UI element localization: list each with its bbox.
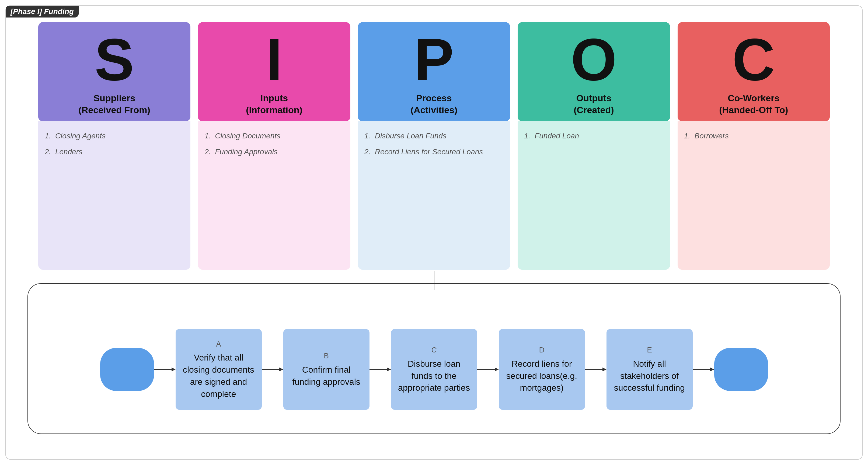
sipoc-body-i: 1. Closing Documents 2. Funding Approval…	[198, 121, 350, 270]
sipoc-header-i: I Inputs(Information)	[198, 22, 350, 121]
sipoc-col-s: S Suppliers(Received From) 1. Closing Ag…	[38, 22, 190, 270]
sipoc-title-i: Inputs(Information)	[246, 92, 303, 116]
flow-arrow-5	[585, 365, 607, 373]
svg-marker-5	[387, 368, 391, 371]
sipoc-body-p: 1. Disburse Loan Funds 2. Record Liens f…	[358, 121, 510, 270]
flow-arrow-4	[477, 365, 499, 373]
process-item-2: 2. Record Liens for Secured Loans	[364, 145, 504, 159]
flow-arrow-6	[693, 365, 714, 373]
sipoc-header-s: S Suppliers(Received From)	[38, 22, 190, 121]
divider-line	[434, 271, 434, 290]
sipoc-letter-o: O	[571, 30, 617, 89]
sipoc-title-p: Process(Activities)	[411, 92, 458, 116]
flow-node-e-text: Notify all stakeholders of successful fu…	[612, 358, 687, 394]
flow-node-e: E Notify all stakeholders of successful …	[607, 329, 693, 410]
flow-node-a-label: A	[216, 339, 221, 349]
flow-node-b: B Confirm final funding approvals	[283, 329, 370, 410]
process-item-1: 1. Disburse Loan Funds	[364, 129, 504, 143]
flow-node-d-label: D	[539, 345, 544, 355]
sipoc-title-s: Suppliers(Received From)	[79, 92, 150, 116]
sipoc-col-o: O Outputs(Created) 1. Funded Loan	[518, 22, 670, 270]
input-item-2: 2. Funding Approvals	[205, 145, 344, 159]
sipoc-col-i: I Inputs(Information) 1. Closing Documen…	[198, 22, 350, 270]
svg-marker-7	[495, 368, 499, 371]
flow-node-a-text: Verify that all closing documents are si…	[181, 352, 256, 400]
sipoc-letter-i: I	[266, 30, 282, 89]
svg-marker-1	[172, 368, 176, 371]
flow-end-node	[714, 348, 768, 391]
flow-wrapper: A Verify that all closing documents are …	[6, 289, 862, 450]
flow-row: A Verify that all closing documents are …	[6, 329, 862, 410]
sipoc-letter-s: S	[95, 30, 134, 89]
flow-arrow-1	[154, 365, 176, 373]
supplier-item-1: 1. Closing Agents	[45, 129, 184, 143]
sipoc-col-c: C Co-Workers(Handed-Off To) 1. Borrowers	[678, 22, 830, 270]
main-container: [Phase I] Funding S Suppliers(Received F…	[5, 5, 863, 460]
phase-label: [Phase I] Funding	[6, 6, 79, 18]
sipoc-letter-c: C	[732, 30, 775, 89]
sipoc-title-c: Co-Workers(Handed-Off To)	[719, 92, 788, 116]
sipoc-body-c: 1. Borrowers	[678, 121, 830, 270]
sipoc-title-o: Outputs(Created)	[574, 92, 614, 116]
sipoc-header-c: C Co-Workers(Handed-Off To)	[678, 22, 830, 121]
sipoc-header-o: O Outputs(Created)	[518, 22, 670, 121]
flow-node-e-label: E	[647, 345, 652, 355]
svg-marker-11	[710, 368, 714, 371]
flow-node-a: A Verify that all closing documents are …	[176, 329, 262, 410]
sipoc-letter-p: P	[414, 30, 454, 89]
svg-marker-3	[279, 368, 283, 371]
flow-node-b-label: B	[324, 351, 329, 361]
flow-node-b-text: Confirm final funding approvals	[289, 364, 364, 388]
sipoc-col-p: P Process(Activities) 1. Disburse Loan F…	[358, 22, 510, 270]
supplier-item-2: 2. Lenders	[45, 145, 184, 159]
flow-arrow-3	[370, 365, 391, 373]
flow-start-node	[100, 348, 154, 391]
sipoc-body-o: 1. Funded Loan	[518, 121, 670, 270]
flow-node-d: D Record liens for secured loans(e.g. mo…	[499, 329, 585, 410]
sipoc-header-p: P Process(Activities)	[358, 22, 510, 121]
sipoc-body-s: 1. Closing Agents 2. Lenders	[38, 121, 190, 270]
coworker-item-1: 1. Borrowers	[684, 129, 823, 143]
svg-marker-9	[602, 368, 607, 371]
sipoc-area: S Suppliers(Received From) 1. Closing Ag…	[38, 22, 830, 270]
flow-arrow-2	[262, 365, 283, 373]
flow-node-c: C Disburse loan funds to the appropriate…	[391, 329, 477, 410]
flow-node-c-text: Disburse loan funds to the appropriate p…	[397, 358, 472, 394]
flow-node-c-label: C	[431, 345, 437, 355]
flow-node-d-text: Record liens for secured loans(e.g. mort…	[504, 358, 580, 394]
output-item-1: 1. Funded Loan	[524, 129, 663, 143]
input-item-1: 1. Closing Documents	[205, 129, 344, 143]
